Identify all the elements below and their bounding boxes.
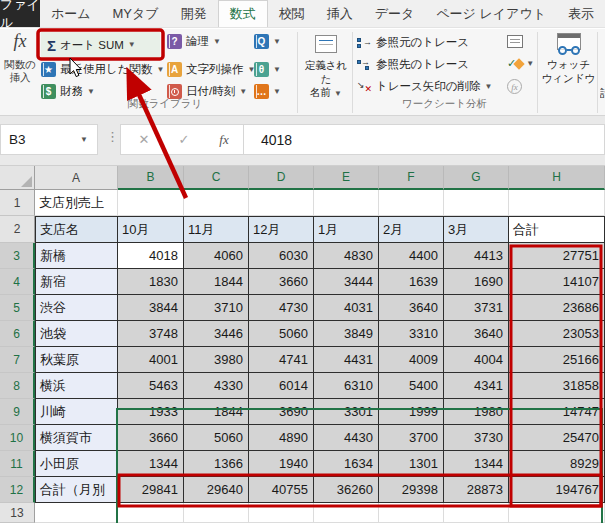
name-box[interactable]: B3 ▼ — [0, 124, 98, 155]
cell-C10[interactable]: 5060 — [184, 425, 249, 451]
cell-E3[interactable]: 4830 — [314, 243, 379, 269]
tab-挿入[interactable]: 挿入 — [316, 0, 364, 27]
cell-A11[interactable]: 小田原 — [35, 451, 118, 477]
column-header-H[interactable]: H — [509, 166, 605, 190]
cell-H7[interactable]: 25166 — [509, 347, 605, 373]
cell-H1[interactable] — [509, 190, 605, 216]
cell-C2[interactable]: 11月 — [184, 216, 249, 243]
cell-C4[interactable]: 1844 — [184, 269, 249, 295]
row-header-4[interactable]: 4 — [0, 269, 35, 295]
cell-G11[interactable]: 1344 — [444, 451, 509, 477]
cell-E12[interactable]: 36260 — [314, 477, 379, 503]
cell-B3[interactable]: 4018 — [118, 243, 184, 269]
formula-bar-value[interactable]: 4018 — [261, 125, 292, 154]
cell-D3[interactable]: 6030 — [249, 243, 314, 269]
cell-B5[interactable]: 3844 — [118, 295, 184, 321]
cell-A13[interactable] — [35, 503, 118, 523]
tab-ホーム[interactable]: ホーム — [40, 0, 102, 27]
row-header-5[interactable]: 5 — [0, 295, 35, 321]
cell-F10[interactable]: 3700 — [379, 425, 444, 451]
column-header-G[interactable]: G — [444, 166, 509, 190]
cell-D11[interactable]: 1940 — [249, 451, 314, 477]
cell-B10[interactable]: 3660 — [118, 425, 184, 451]
cell-H8[interactable]: 31858 — [509, 373, 605, 399]
cell-G4[interactable]: 1690 — [444, 269, 509, 295]
row-header-8[interactable]: 8 — [0, 373, 35, 399]
cell-F8[interactable]: 5400 — [379, 373, 444, 399]
cell-A12[interactable]: 合計（月別 — [35, 477, 118, 503]
cell-F13[interactable] — [379, 503, 444, 523]
cell-C6[interactable]: 3446 — [184, 321, 249, 347]
tab-校閲[interactable]: 校閲 — [268, 0, 316, 27]
cell-F2[interactable]: 2月 — [379, 216, 444, 243]
cell-H13[interactable] — [509, 503, 605, 523]
trace-dependents-button[interactable]: → 参照先のトレース — [357, 57, 469, 72]
cell-B9[interactable]: 1933 — [118, 399, 184, 425]
column-header-A[interactable]: A — [35, 166, 118, 190]
cell-A1[interactable]: 支店別売上 — [35, 190, 118, 216]
formula-bar-grip[interactable]: ⋮ — [106, 129, 119, 144]
column-header-D[interactable]: D — [249, 166, 314, 190]
cell-G8[interactable]: 4341 — [444, 373, 509, 399]
cell-G2[interactable]: 3月 — [444, 216, 509, 243]
cell-G10[interactable]: 3730 — [444, 425, 509, 451]
cell-B2[interactable]: 10月 — [118, 216, 184, 243]
enter-icon[interactable]: ✓ — [169, 125, 199, 154]
column-header-E[interactable]: E — [314, 166, 379, 190]
autosum-button[interactable]: Σ オート SUM ▼ — [41, 32, 160, 58]
cell-A8[interactable]: 横浜 — [35, 373, 118, 399]
cell-D5[interactable]: 4730 — [249, 295, 314, 321]
cell-F3[interactable]: 4400 — [379, 243, 444, 269]
cell-B6[interactable]: 3748 — [118, 321, 184, 347]
cell-H2[interactable]: 合計 — [509, 216, 605, 243]
cell-D12[interactable]: 40755 — [249, 477, 314, 503]
cell-D1[interactable] — [249, 190, 314, 216]
cell-H9[interactable]: 14747 — [509, 399, 605, 425]
error-checking-button[interactable]: ✓ ▼ — [507, 57, 534, 70]
cell-F11[interactable]: 1301 — [379, 451, 444, 477]
trace-precedents-button[interactable]: → 参照元のトレース — [357, 35, 469, 50]
cell-C12[interactable]: 29640 — [184, 477, 249, 503]
cell-E6[interactable]: 3849 — [314, 321, 379, 347]
cell-H3[interactable]: 27751 — [509, 243, 605, 269]
cell-D4[interactable]: 3660 — [249, 269, 314, 295]
column-header-C[interactable]: C — [184, 166, 249, 190]
tab-数式[interactable]: 数式 — [218, 0, 268, 27]
cell-G13[interactable] — [444, 503, 509, 523]
row-header-13[interactable]: 13 — [0, 503, 35, 523]
evaluate-formula-button[interactable]: fx — [507, 79, 522, 94]
tab-表示[interactable]: 表示 — [557, 0, 605, 27]
tab-ページ レイアウト[interactable]: ページ レイアウト — [425, 0, 557, 27]
cell-F5[interactable]: 3640 — [379, 295, 444, 321]
defined-names-button[interactable]: 定義された 名前 ▼ — [302, 33, 350, 100]
cell-D10[interactable]: 4890 — [249, 425, 314, 451]
cell-A10[interactable]: 横須賀市 — [35, 425, 118, 451]
cell-D9[interactable]: 3690 — [249, 399, 314, 425]
cell-C7[interactable]: 3980 — [184, 347, 249, 373]
lookup-reference-button[interactable]: Q ▼ — [254, 34, 281, 49]
cell-H11[interactable]: 8929 — [509, 451, 605, 477]
cell-C1[interactable] — [184, 190, 249, 216]
cell-F4[interactable]: 1639 — [379, 269, 444, 295]
cell-A7[interactable]: 秋葉原 — [35, 347, 118, 373]
cell-D8[interactable]: 6014 — [249, 373, 314, 399]
cell-F9[interactable]: 1999 — [379, 399, 444, 425]
cell-B12[interactable]: 29841 — [118, 477, 184, 503]
cell-A9[interactable]: 川崎 — [35, 399, 118, 425]
cell-E7[interactable]: 4431 — [314, 347, 379, 373]
cell-B8[interactable]: 5463 — [118, 373, 184, 399]
text-functions-button[interactable]: A 文字列操作 ▼ — [167, 62, 255, 77]
cell-B7[interactable]: 4001 — [118, 347, 184, 373]
cell-H5[interactable]: 23686 — [509, 295, 605, 321]
tab-MYタブ[interactable]: MYタブ — [102, 0, 170, 27]
cancel-icon[interactable]: ✕ — [129, 125, 159, 154]
tab-データ[interactable]: データ — [364, 0, 426, 27]
cell-B11[interactable]: 1344 — [118, 451, 184, 477]
row-header-11[interactable]: 11 — [0, 451, 35, 477]
cell-A5[interactable]: 渋谷 — [35, 295, 118, 321]
cell-E9[interactable]: 3301 — [314, 399, 379, 425]
cell-H12[interactable]: 194767 — [509, 477, 605, 503]
cell-F12[interactable]: 29398 — [379, 477, 444, 503]
cell-B4[interactable]: 1830 — [118, 269, 184, 295]
cell-C5[interactable]: 3710 — [184, 295, 249, 321]
